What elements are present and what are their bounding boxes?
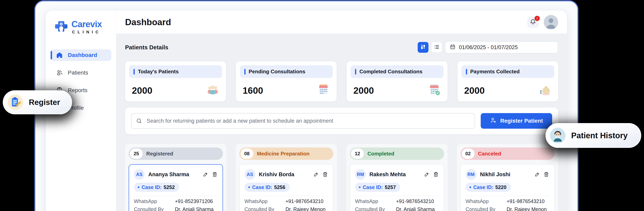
stat-card-payments-collected: Payments Collected 2000: [458, 61, 558, 101]
patient-search-input[interactable]: [131, 113, 475, 129]
stat-value: 2000: [132, 85, 152, 96]
stat-label: Completed Consultations: [360, 68, 422, 75]
memo-icon: [8, 94, 23, 110]
stat-label: Pending Consultations: [249, 68, 306, 75]
stat-card-todays-patients: Today's Patients 2000: [125, 61, 226, 101]
people-group-icon: [206, 83, 219, 96]
stat-value: 2000: [354, 85, 374, 96]
divider: [355, 196, 439, 196]
register-callout-label: Register: [29, 98, 60, 107]
brand-name: Carevix: [72, 19, 102, 29]
patient-name: Ananya Sharma: [148, 172, 199, 178]
dashboard-content: Patients Details: [116, 34, 567, 211]
patients-details-row: Patients Details: [125, 41, 558, 54]
field-label: Consulted By: [466, 207, 507, 211]
patient-card[interactable]: AS Krishiv Borda • Case ID:: [239, 164, 334, 211]
column-label: Registered: [146, 151, 173, 157]
money-bag-hand-icon: [538, 83, 551, 96]
sidebar-item-label: Dashboard: [68, 52, 97, 58]
sidebar-item-label: Patients: [68, 69, 88, 76]
patient-history-callout-badge[interactable]: Patient History: [546, 123, 641, 148]
divider: [134, 196, 218, 196]
board-column-registered: 25 Registered AS Ananya Sharma: [125, 144, 226, 211]
board-column-medicine-preparation: 08 Medicine Preparation AS Krishiv Borda: [236, 144, 337, 211]
stat-card-pending-consultations: Pending Consultations 1600: [236, 61, 337, 101]
case-id-badge: • Case ID: 5220: [466, 183, 511, 192]
field-label: WhatsApp: [466, 199, 507, 204]
kanban-view-button[interactable]: [418, 42, 428, 53]
notification-badge: !: [534, 16, 540, 21]
field-value: Dr. Rajeev Menon: [507, 207, 547, 211]
case-id-badge: • Case ID: 5256: [244, 183, 290, 192]
date-range-picker[interactable]: 01/06/2025 - 01/07/2025: [445, 41, 558, 53]
app-panel: Carevix CLINIC Dashboard: [46, 10, 567, 211]
patient-board: 25 Registered AS Ananya Sharma: [125, 144, 558, 211]
topbar: Dashboard !: [116, 10, 567, 34]
sidebar-item-label: Reports: [68, 87, 88, 93]
field-value: +91-9876543210: [507, 199, 545, 204]
edit-icon[interactable]: [202, 172, 208, 178]
calendar-check-icon: [428, 83, 441, 96]
calendar-small-icon: [450, 44, 456, 51]
list-icon: [434, 44, 440, 51]
case-id-badge: • Case ID: 5257: [355, 183, 400, 192]
patient-initials-avatar: RM: [355, 169, 366, 180]
search-box: [131, 113, 475, 129]
accent-bar: [355, 69, 356, 74]
patient-card[interactable]: AS Ananya Sharma • Case ID:: [129, 164, 223, 211]
edit-icon[interactable]: [534, 172, 540, 178]
patient-card[interactable]: RM Nikhil Joshi • Case ID:: [460, 164, 555, 211]
bullet-icon: •: [248, 185, 250, 189]
doctor-icon: [550, 128, 566, 143]
stat-card-completed-consultations: Completed Consultations 2000: [346, 61, 448, 101]
kanban-icon: [420, 44, 426, 51]
patient-card[interactable]: RM Rakesh Mehta • Case ID:: [350, 164, 444, 211]
sidebar-item-dashboard[interactable]: Dashboard: [51, 49, 111, 61]
board-column-completed: 12 Completed RM Rakesh Mehta: [346, 144, 448, 211]
column-count-badge: 08: [240, 149, 253, 159]
edit-icon[interactable]: [424, 172, 430, 178]
register-patient-button[interactable]: Register Patient: [481, 113, 552, 129]
field-value: +91-9876543210: [286, 199, 324, 204]
bullet-icon: •: [358, 185, 361, 189]
divider: [466, 196, 550, 196]
field-label: Consulted By: [244, 207, 286, 211]
register-callout-badge[interactable]: Register: [3, 90, 72, 114]
delete-icon[interactable]: [212, 172, 218, 178]
clinic-cross-icon: [54, 19, 69, 34]
notifications-button[interactable]: !: [527, 16, 538, 28]
board-column-canceled: 02 Canceled RM Nikhil Joshi: [457, 144, 558, 211]
field-value: +91-9876543210: [396, 199, 434, 204]
patient-initials-avatar: AS: [244, 169, 255, 180]
field-label: WhatsApp: [134, 199, 175, 204]
patient-name: Rakesh Mehta: [370, 172, 420, 178]
field-value: Dr. Anjali Sharma: [175, 207, 214, 211]
search-icon: [136, 118, 142, 124]
delete-icon[interactable]: [322, 172, 328, 178]
field-label: WhatsApp: [355, 199, 396, 204]
field-value: Dr. Anjali Sharma: [396, 207, 435, 211]
list-view-button[interactable]: [431, 42, 442, 53]
stat-value: 2000: [464, 85, 485, 96]
search-section: Register Patient: [125, 108, 558, 134]
field-value: Dr. Rajeev Menon: [286, 207, 326, 211]
date-range-value: 01/06/2025 - 01/07/2025: [459, 44, 518, 50]
patient-name: Krishiv Borda: [259, 172, 310, 178]
field-value: +91-8523971206: [175, 199, 213, 204]
stat-label: Today's Patients: [138, 68, 179, 75]
delete-icon[interactable]: [433, 172, 439, 178]
column-header: 08 Medicine Preparation: [239, 148, 334, 160]
brand-subtitle: CLINIC: [72, 30, 102, 34]
accent-bar: [134, 69, 135, 74]
delete-icon[interactable]: [543, 172, 549, 178]
column-count-badge: 02: [462, 149, 474, 159]
home-icon: [56, 51, 63, 59]
edit-icon[interactable]: [313, 172, 319, 178]
app-window: Carevix CLINIC Dashboard: [34, 0, 578, 211]
user-avatar[interactable]: [544, 15, 558, 29]
main-area: Dashboard !: [116, 10, 567, 211]
stat-label: Payments Collected: [470, 68, 520, 75]
sidebar-item-patients[interactable]: Patients: [51, 67, 111, 78]
column-header: 12 Completed: [350, 148, 444, 160]
stat-value: 1600: [243, 85, 263, 96]
